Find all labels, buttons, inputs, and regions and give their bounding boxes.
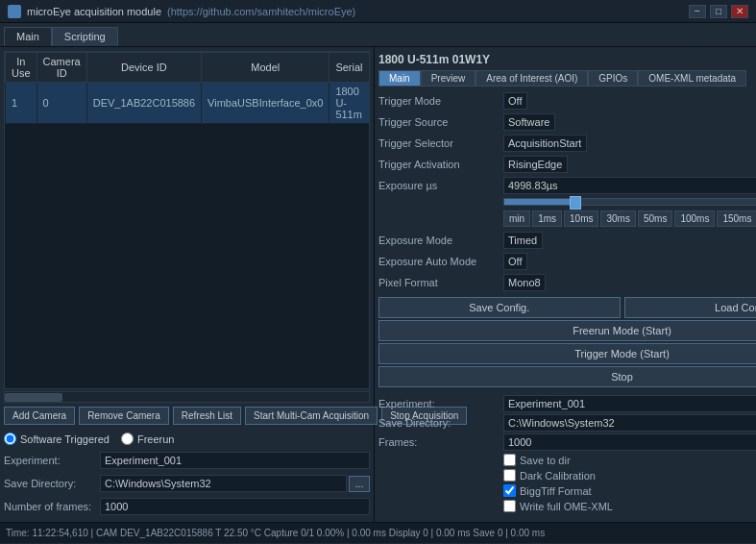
scrollbar-thumb (5, 393, 62, 402)
save-directory-input[interactable] (100, 475, 347, 492)
camera-table: In Use Camera ID Device ID Model Serial … (4, 51, 370, 389)
close-button[interactable]: ✕ (731, 5, 748, 18)
right-experiment-input[interactable] (503, 395, 756, 412)
status-bar: Time: 11:22:54,610 | CAM DEV_1AB22C01588… (0, 522, 756, 543)
stop-button[interactable]: Stop (378, 366, 756, 387)
exposure-auto-select[interactable]: Off (503, 253, 527, 270)
trigger-activation-label: Trigger Activation (378, 159, 503, 170)
software-triggered-radio[interactable]: Software Triggered (4, 433, 110, 445)
right-experiment-row: Experiment: (378, 395, 756, 412)
ome-xml-checkbox[interactable] (503, 500, 516, 512)
trigger-activation-select[interactable]: RisingEdge (503, 156, 568, 173)
load-config-button[interactable]: Load Config. (624, 297, 756, 318)
ome-xml-row: Write full OME-XML (378, 500, 756, 512)
remove-camera-button[interactable]: Remove Camera (79, 407, 169, 425)
exposure-input[interactable] (503, 177, 756, 194)
right-save-dir-row: Save Directory: ... (378, 414, 756, 432)
biggtiff-row: BiggTiff Format (378, 484, 756, 497)
tab-ome-xml[interactable]: OME-XML metadata (638, 70, 746, 87)
exposure-auto-row: Exposure Auto Mode Off ▼ (378, 253, 756, 270)
save-config-button[interactable]: Save Config. (378, 297, 621, 318)
pixel-format-label: Pixel Format (378, 277, 503, 288)
dark-calibration-checkbox-label[interactable]: Dark Calibration (503, 469, 596, 482)
trigger-mode-radios: Software Triggered Freerun (4, 433, 370, 445)
browse-button[interactable]: ... (349, 476, 370, 492)
slider-fill (504, 199, 576, 205)
tab-main[interactable]: Main (4, 27, 52, 46)
config-btn-row: Save Config. Load Config. (378, 297, 756, 318)
biggtiff-checkbox[interactable] (503, 484, 516, 497)
trigger-mode-select[interactable]: Off (503, 92, 527, 110)
tab-gpios[interactable]: GPIOs (588, 70, 638, 87)
pixel-format-row: Pixel Format Mono8 ▼ (378, 274, 756, 291)
freerun-radio[interactable]: Freerun (121, 433, 175, 445)
col-header-model: Model (202, 53, 329, 83)
slider-thumb[interactable] (570, 196, 581, 210)
trigger-start-button[interactable]: Trigger Mode (Start) (378, 343, 756, 364)
cell-inuse: 0 (37, 83, 86, 124)
exposure-mode-select-wrapper: Timed ▼ (503, 232, 756, 249)
right-tabs: Main Preview Area of Interest (AOI) GPIO… (378, 70, 756, 87)
cell-model: 1800 U-511m (329, 83, 369, 124)
right-save-dir-input[interactable] (503, 414, 756, 432)
maximize-button[interactable]: □ (710, 5, 727, 18)
time-btn-1ms[interactable]: 1ms (532, 210, 562, 227)
freerun-button[interactable]: Freerun Mode (Start) (378, 320, 756, 341)
add-camera-button[interactable]: Add Camera (4, 407, 75, 425)
exposure-label: Exposure µs (378, 180, 503, 191)
trigger-selector-select[interactable]: AcquisitionStart (503, 135, 587, 152)
tab-scripting[interactable]: Scripting (52, 27, 118, 46)
horizontal-scrollbar[interactable] (4, 391, 370, 403)
col-header-cameraid: Camera ID (37, 53, 86, 83)
minimize-button[interactable]: − (689, 5, 706, 18)
trigger-source-select-wrapper: Software ▼ (503, 113, 756, 131)
pixel-format-select[interactable]: Mono8 (503, 274, 546, 291)
right-panel: 1800 U-511m 01W1Y Main Preview Area of I… (375, 47, 756, 522)
dark-calibration-checkbox[interactable] (503, 469, 516, 482)
app-icon (8, 5, 21, 18)
exposure-row: Exposure µs (378, 177, 756, 194)
experiment-input[interactable] (100, 452, 370, 469)
time-btn-min[interactable]: min (503, 210, 530, 227)
col-header-serial: Serial (329, 53, 369, 83)
start-multicam-button[interactable]: Start Multi-Cam Acquisition (245, 407, 378, 425)
exposure-mode-select[interactable]: Timed (503, 232, 543, 249)
cell-deviceid: VimbaUSBInterface_0x0 (202, 83, 329, 124)
tab-aoi[interactable]: Area of Interest (AOI) (476, 70, 588, 87)
right-frames-input[interactable] (503, 433, 756, 451)
tab-main-settings[interactable]: Main (378, 70, 421, 87)
trigger-source-select[interactable]: Software (503, 113, 555, 131)
camera-title: 1800 U-511m 01W1Y (378, 51, 756, 70)
tab-preview[interactable]: Preview (421, 70, 476, 87)
save-directory-label: Save Directory: (4, 478, 100, 489)
frames-input[interactable] (100, 498, 370, 515)
table-scroll[interactable]: In Use Camera ID Device ID Model Serial … (5, 52, 369, 379)
biggtiff-checkbox-label[interactable]: BiggTiff Format (503, 484, 592, 497)
experiment-label: Experiment: (4, 455, 100, 466)
time-btn-30ms[interactable]: 30ms (600, 210, 635, 227)
save-to-dir-checkbox-label[interactable]: Save to dir (503, 454, 571, 466)
action-buttons: Save Config. Load Config. Freerun Mode (… (378, 297, 756, 387)
row-num: 1 (6, 83, 37, 124)
time-btn-100ms[interactable]: 100ms (674, 210, 715, 227)
save-directory-row: Save Directory: ... (4, 475, 370, 492)
right-frames-row: Frames: (378, 433, 756, 451)
frames-label: Number of frames: (4, 501, 100, 512)
time-btn-150ms[interactable]: 150ms (717, 210, 756, 227)
camera-buttons: Add Camera Remove Camera Refresh List St… (4, 407, 370, 425)
right-experiment-label: Experiment: (378, 398, 503, 409)
save-to-dir-checkbox[interactable] (503, 454, 516, 466)
exposure-slider[interactable] (503, 198, 756, 206)
ome-xml-checkbox-label[interactable]: Write full OME-XML (503, 500, 613, 512)
time-btn-10ms[interactable]: 10ms (564, 210, 598, 227)
time-btn-50ms[interactable]: 50ms (638, 210, 672, 227)
trigger-source-row: Trigger Source Software ▼ (378, 113, 756, 131)
trigger-selector-row: Trigger Selector AcquisitionStart ▼ (378, 135, 756, 152)
col-header-inuse: In Use (6, 53, 37, 83)
exposure-mode-label: Exposure Mode (378, 235, 503, 246)
table-row[interactable]: 1 0 DEV_1AB22C015886 VimbaUSBInterface_0… (6, 83, 370, 124)
refresh-list-button[interactable]: Refresh List (173, 407, 241, 425)
experiment-row: Experiment: (4, 452, 370, 469)
trigger-mode-label: Trigger Mode (378, 95, 503, 107)
exposure-auto-select-wrapper: Off ▼ (503, 253, 756, 270)
